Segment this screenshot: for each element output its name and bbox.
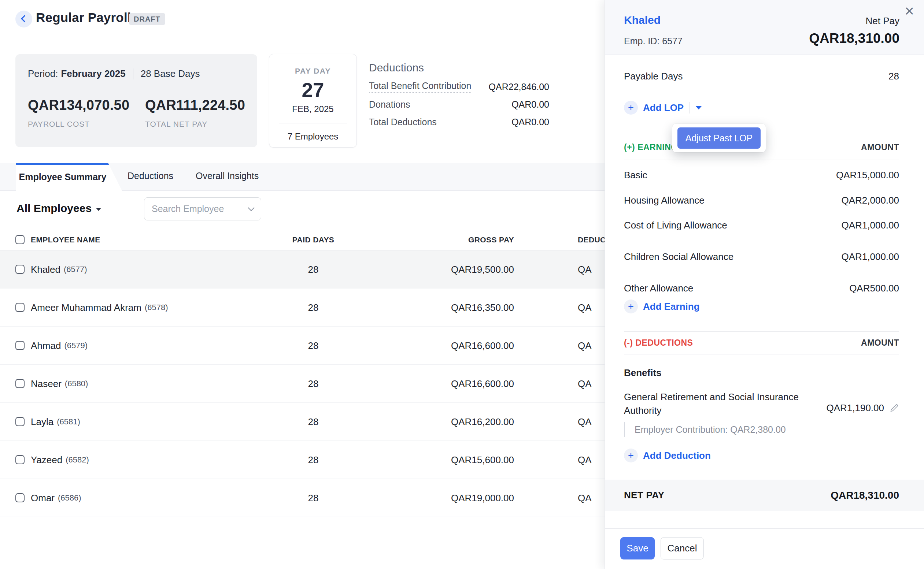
earning-label: Housing Allowance (624, 195, 704, 206)
deduction-value: QAR1,190.00 (826, 402, 884, 414)
deduction-cell-clipped: QA (578, 289, 592, 327)
table-row-yazeed[interactable]: Yazeed(6582) 28 QAR15,600.00 QA (0, 441, 605, 479)
paid-days-cell: 28 (264, 365, 363, 403)
tab-deductions[interactable]: Deductions (128, 170, 173, 181)
chevron-down-icon (248, 204, 254, 211)
row-checkbox[interactable] (15, 341, 24, 350)
save-button[interactable]: Save (620, 537, 655, 560)
add-deduction-control[interactable]: + Add Deduction (624, 448, 711, 463)
table-row-omar[interactable]: Omar(6586) 28 QAR19,000.00 QA (0, 479, 605, 517)
adjust-past-lop-button[interactable]: Adjust Past LOP (677, 128, 761, 149)
add-earning-button[interactable]: Add Earning (643, 301, 700, 312)
payday-month-year: FEB, 2025 (269, 104, 357, 114)
employee-pay-panel: Khaled Emp. ID: 6577 Net Pay QAR18,310.0… (605, 0, 924, 569)
benefits-group-label: Benefits (624, 365, 662, 380)
employee-name: Yazeed (31, 454, 62, 466)
employee-name: Khaled (31, 264, 61, 275)
tab-overall-insights[interactable]: Overall Insights (196, 170, 259, 181)
total-net-pay-value: QAR111,224.50 (145, 97, 245, 113)
panel-employee-name-link[interactable]: Khaled (624, 14, 660, 26)
row-checkbox[interactable] (15, 417, 24, 426)
payroll-cost-value: QAR134,070.50 (28, 97, 145, 113)
earning-value: QAR2,000.00 (841, 195, 899, 206)
gross-pay-cell: QAR16,200.00 (403, 403, 514, 441)
row-checkbox[interactable] (15, 379, 24, 388)
search-employee-select[interactable]: Search Employee (144, 197, 261, 221)
row-checkbox[interactable] (15, 455, 24, 464)
deductions-summary-row: Donations QAR0.00 (369, 98, 549, 111)
deduction-label: General Retirement and Social Insurance … (624, 390, 826, 417)
paid-days-cell: 28 (264, 327, 363, 365)
deductions-summary-row: Total Deductions QAR0.00 (369, 116, 549, 128)
all-employees-dropdown[interactable]: All Employees (17, 202, 101, 215)
edit-icon[interactable] (889, 403, 899, 413)
employee-name: Omar (31, 493, 55, 504)
deductions-amount-header: AMOUNT (861, 338, 899, 348)
add-lop-button[interactable]: Add LOP (643, 102, 684, 114)
total-deductions-label: Total Deductions (369, 117, 437, 128)
earning-label: Cost of Living Allowance (624, 220, 727, 231)
table-row-ahmad[interactable]: Ahmad(6579) 28 QAR16,600.00 QA (0, 327, 605, 365)
net-pay-row-value: QAR18,310.00 (831, 490, 899, 501)
earning-row-other: Other Allowance QAR500.00 (624, 281, 899, 295)
earning-row-housing: Housing Allowance QAR2,000.00 (624, 193, 899, 208)
add-earning-control[interactable]: + Add Earning (624, 299, 700, 314)
total-net-pay-label: TOTAL NET PAY (145, 120, 245, 129)
gross-pay-cell: QAR16,600.00 (403, 327, 514, 365)
employee-id: (6580) (65, 379, 88, 388)
table-row-naseer[interactable]: Naseer(6580) 28 QAR16,600.00 QA (0, 365, 605, 403)
paid-days-cell: 28 (264, 441, 363, 479)
payroll-app: Regular Payroll DRAFT Period: February 2… (0, 0, 924, 569)
header-paid-days[interactable]: PAID DAYS (264, 229, 363, 251)
header-employee-name[interactable]: EMPLOYEE NAME (31, 229, 101, 251)
row-checkbox[interactable] (15, 265, 24, 274)
add-lop-divider (689, 102, 690, 114)
panel-footer: Save Cancel (605, 528, 924, 569)
payroll-cost-block: QAR134,070.50 PAYROLL COST (28, 97, 145, 129)
payday-card: PAY DAY 27 FEB, 2025 7 Employees (269, 54, 357, 148)
period-value: February 2025 (61, 68, 125, 79)
tab-employee-summary[interactable]: Employee Summary (16, 163, 122, 191)
deductions-section-header: (-) DEDUCTIONS AMOUNT (624, 332, 899, 354)
period-line: Period: February 2025 28 Base Days (28, 68, 245, 79)
employee-name: Naseer (31, 378, 61, 389)
cancel-button[interactable]: Cancel (660, 537, 704, 560)
employee-id: (6577) (64, 265, 87, 274)
page-header: Regular Payroll DRAFT (0, 0, 605, 40)
earning-value: QAR1,000.00 (841, 220, 899, 231)
payable-days-row: Payable Days 28 (624, 69, 899, 84)
payroll-cost-label: PAYROLL COST (28, 120, 145, 129)
plus-icon: + (624, 449, 638, 463)
earnings-amount-header: AMOUNT (861, 142, 899, 152)
plus-icon[interactable]: + (624, 101, 638, 115)
close-icon[interactable]: × (904, 3, 914, 19)
header-gross-pay[interactable]: GROSS PAY (403, 229, 514, 251)
search-employee-placeholder: Search Employee (152, 204, 249, 214)
deduction-cell-clipped: QA (578, 403, 592, 441)
employee-id: (6581) (57, 417, 80, 427)
total-benefit-contribution-label[interactable]: Total Benefit Contribution (369, 81, 471, 93)
earning-label: Children Social Allowance (624, 250, 733, 264)
total-benefit-contribution-value: QAR22,846.00 (489, 82, 549, 92)
payday-label: PAY DAY (269, 67, 357, 75)
deductions-summary-row: Total Benefit Contribution QAR22,846.00 (369, 81, 549, 93)
donations-label: Donations (369, 99, 410, 110)
row-checkbox[interactable] (15, 303, 24, 312)
select-all-checkbox[interactable] (15, 235, 24, 244)
header-deductions-clipped[interactable]: DEDUC (578, 229, 606, 251)
period-separator (133, 68, 133, 79)
employee-id: (6582) (66, 455, 89, 465)
payable-days-value: 28 (889, 71, 899, 82)
all-employees-label: All Employees (17, 202, 91, 215)
employer-contribution-note: Employer Contribution: QAR2,380.00 (624, 422, 786, 437)
back-button[interactable] (15, 11, 32, 27)
table-row-layla[interactable]: Layla(6581) 28 QAR16,200.00 QA (0, 403, 605, 441)
add-lop-caret-icon[interactable] (696, 106, 701, 110)
earning-value: QAR500.00 (849, 283, 899, 294)
row-checkbox[interactable] (15, 493, 24, 502)
earning-row-cost-of-living: Cost of Living Allowance QAR1,000.00 (624, 218, 899, 233)
add-deduction-button[interactable]: Add Deduction (643, 450, 711, 461)
table-row-khaled[interactable]: Khaled(6577) 28 QAR19,500.00 QA (0, 251, 605, 289)
table-row-ameer[interactable]: Ameer Muhammad Akram(6578) 28 QAR16,350.… (0, 289, 605, 327)
plus-icon: + (624, 300, 638, 313)
